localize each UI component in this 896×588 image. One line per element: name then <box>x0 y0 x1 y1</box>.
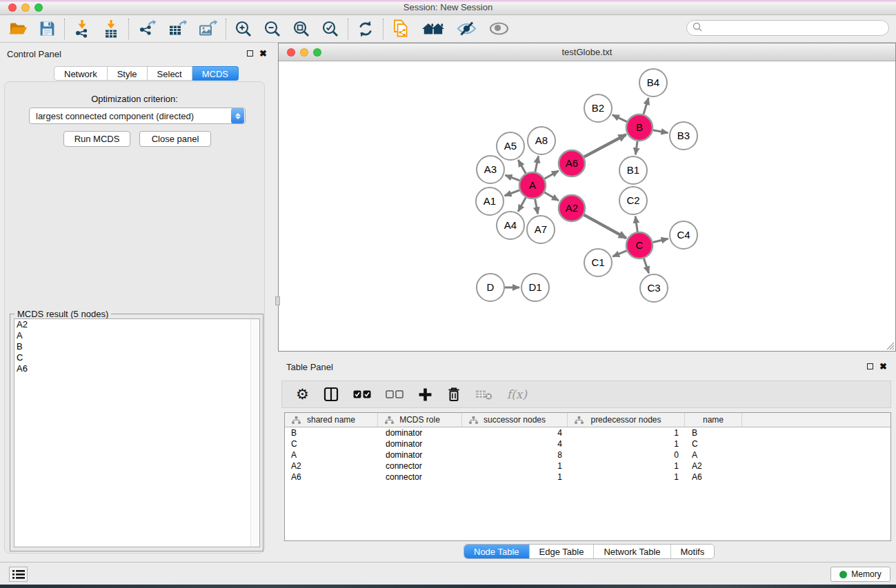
refresh-icon[interactable] <box>357 20 375 38</box>
mcds-result-item[interactable]: A <box>14 330 259 341</box>
tab-style[interactable]: Style <box>108 66 148 81</box>
table-cell[interactable]: C <box>685 439 742 449</box>
column-header-shared-name[interactable]: shared name <box>285 413 378 427</box>
tab-edge-table[interactable]: Edge Table <box>529 545 594 558</box>
mcds-list-scrollbar[interactable] <box>250 319 259 547</box>
function-builder-icon[interactable]: f(x) <box>507 387 527 401</box>
tab-network-table[interactable]: Network Table <box>593 545 670 558</box>
table-row[interactable]: Bdominator41B <box>285 427 890 438</box>
table-row[interactable]: Adominator80A <box>285 449 890 460</box>
table-close-panel-icon[interactable]: ✖ <box>879 363 887 369</box>
table-cell[interactable]: dominator <box>378 439 462 449</box>
column-header-MCDS-role[interactable]: MCDS role <box>378 413 462 427</box>
table-cell[interactable]: 8 <box>462 450 568 460</box>
edge-C-C1[interactable] <box>613 251 626 256</box>
table-cell[interactable]: B <box>685 428 742 438</box>
export-table-icon[interactable] <box>168 19 187 38</box>
open-file-icon[interactable] <box>8 20 28 38</box>
mcds-result-item[interactable]: C <box>14 352 259 363</box>
mcds-result-list[interactable]: A2ABCA6 <box>14 318 260 547</box>
tab-mcds[interactable]: MCDS <box>192 66 239 81</box>
search-box[interactable] <box>686 20 889 36</box>
edge-A2-C[interactable] <box>584 215 626 239</box>
clone-network-icon[interactable] <box>392 19 410 39</box>
edge-C-C3[interactable] <box>644 258 648 273</box>
network-close-button[interactable] <box>287 48 295 57</box>
table-row[interactable]: Cdominator41C <box>285 438 890 449</box>
panel-splitter-handle[interactable] <box>275 296 280 305</box>
table-cell[interactable]: A2 <box>685 461 742 471</box>
table-cell[interactable]: C <box>285 439 378 449</box>
add-column-icon[interactable] <box>418 387 432 402</box>
node-table[interactable]: shared nameMCDS rolesuccessor nodesprede… <box>284 412 891 541</box>
show-columns-icon[interactable] <box>323 387 339 402</box>
edge-A6-B[interactable] <box>584 134 626 156</box>
table-cell[interactable]: 1 <box>568 472 685 482</box>
deselect-all-checkboxes-icon[interactable] <box>386 390 404 398</box>
table-cell[interactable]: A6 <box>685 472 742 482</box>
mcds-result-item[interactable]: B <box>14 341 259 352</box>
table-row[interactable]: A2connector11A2 <box>285 460 890 472</box>
network-canvas[interactable]: B4B2BB3A5A8A6B1A3AC2A1A2A4A7C4CC1C3DD1 <box>279 61 895 351</box>
edge-A-A2[interactable] <box>544 192 559 201</box>
save-session-icon[interactable] <box>39 20 56 37</box>
window-resize-grip[interactable] <box>884 340 895 350</box>
float-panel-icon[interactable] <box>247 50 253 57</box>
table-cell[interactable]: B <box>285 428 378 438</box>
edge-A-A3[interactable] <box>506 175 520 181</box>
edge-A-A4[interactable] <box>518 198 526 212</box>
table-cell[interactable]: A <box>285 450 378 460</box>
show-all-networks-icon[interactable] <box>421 21 445 37</box>
table-cell[interactable]: connector <box>378 472 462 482</box>
column-header-name[interactable]: name <box>685 413 742 427</box>
edge-C-C4[interactable] <box>653 239 668 242</box>
edge-B-B3[interactable] <box>653 130 668 133</box>
table-cell[interactable]: 4 <box>462 439 568 449</box>
edge-A-A6[interactable] <box>544 171 558 179</box>
table-cell[interactable]: 1 <box>568 428 685 438</box>
table-cell[interactable]: dominator <box>378 450 462 460</box>
mcds-result-item[interactable]: A2 <box>14 319 259 330</box>
close-panel-button[interactable]: Close panel <box>139 131 211 147</box>
edge-B-B2[interactable] <box>613 115 627 122</box>
table-float-panel-icon[interactable] <box>867 363 873 369</box>
show-graphics-details-icon[interactable] <box>488 21 510 37</box>
edge-A-A8[interactable] <box>535 156 539 172</box>
settings-gear-icon[interactable]: ⚙ <box>296 386 309 403</box>
zoom-in-icon[interactable] <box>235 20 252 38</box>
table-cell[interactable]: 4 <box>462 428 568 438</box>
dropdown-stepper-icon[interactable] <box>231 108 244 123</box>
criterion-dropdown[interactable]: largest connected component (directed) <box>29 108 246 124</box>
network-window-titlebar[interactable]: testGlobe.txt <box>279 43 895 61</box>
hide-graphics-details-icon[interactable] <box>456 20 477 37</box>
table-cell[interactable]: 1 <box>568 439 685 449</box>
table-cell[interactable]: connector <box>378 461 462 471</box>
close-window-button[interactable] <box>8 3 17 12</box>
export-network-icon[interactable] <box>137 19 157 38</box>
select-all-checkboxes-icon[interactable] <box>353 390 371 398</box>
column-header-successor-nodes[interactable]: successor nodes <box>462 413 568 427</box>
mcds-result-item[interactable]: A6 <box>14 363 259 374</box>
network-zoom-button[interactable] <box>313 48 321 57</box>
table-cell[interactable]: 1 <box>462 461 568 471</box>
table-cell[interactable]: 0 <box>568 450 685 460</box>
edge-B-B4[interactable] <box>644 98 648 114</box>
edge-A-A5[interactable] <box>518 160 526 174</box>
edge-C-C2[interactable] <box>635 216 637 232</box>
network-minimize-button[interactable] <box>300 48 308 57</box>
import-table-icon[interactable] <box>102 19 120 39</box>
table-cell[interactable]: 1 <box>568 461 685 471</box>
column-header-predecessor-nodes[interactable]: predecessor nodes <box>568 413 685 427</box>
show-panels-list-button[interactable] <box>9 567 28 582</box>
edge-A-A7[interactable] <box>535 199 538 214</box>
search-input[interactable] <box>706 23 878 33</box>
import-network-icon[interactable] <box>73 19 91 39</box>
tab-node-table[interactable]: Node Table <box>464 545 529 558</box>
tab-motifs[interactable]: Motifs <box>670 545 715 558</box>
zoom-out-icon[interactable] <box>263 20 281 38</box>
table-cell[interactable]: 1 <box>462 472 568 482</box>
table-cell[interactable]: A <box>685 450 742 460</box>
run-mcds-button[interactable]: Run MCDS <box>63 131 130 147</box>
table-cell[interactable]: A2 <box>285 461 378 471</box>
tab-select[interactable]: Select <box>148 66 192 81</box>
